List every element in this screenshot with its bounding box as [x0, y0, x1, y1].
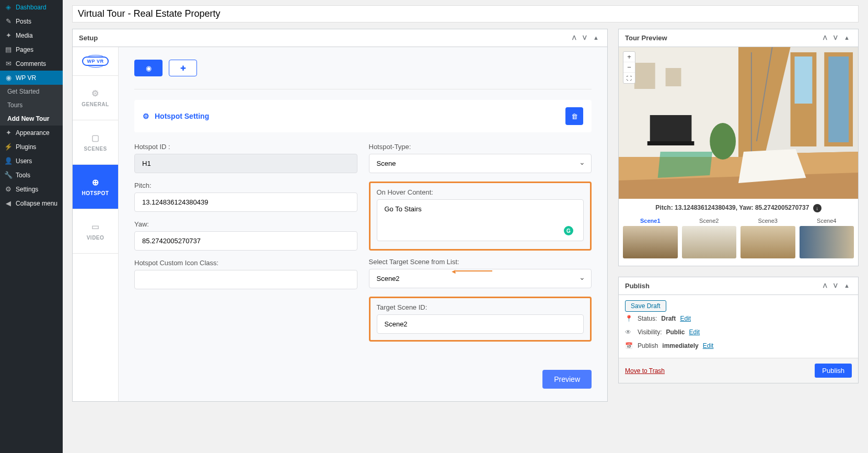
vtab-scenes[interactable]: ▢SCENES — [73, 120, 118, 165]
sidebar-item-collapse[interactable]: ◀Collapse menu — [0, 196, 63, 210]
hotspot-tab-add[interactable]: ✚ — [169, 60, 197, 76]
settings-icon: ⚙ — [4, 185, 13, 193]
post-title-input[interactable] — [72, 5, 859, 22]
delete-hotspot-button[interactable]: 🗑 — [565, 107, 583, 125]
target-scene-list-label: Select Target Scene from List: — [369, 258, 592, 266]
pin-icon: 📍 — [625, 315, 633, 322]
scene-thumb-3[interactable]: Scene3 — [740, 218, 795, 258]
hotspot-tab-1[interactable]: ◉ — [134, 60, 163, 76]
sidebar-item-wpvr[interactable]: ◉WP VR — [0, 71, 63, 85]
edit-visibility-link[interactable]: Edit — [689, 329, 700, 336]
comments-icon: ✉ — [4, 60, 13, 67]
vtab-hotspot[interactable]: ⊕HOTSPOT — [73, 165, 118, 209]
sidebar-label: Plugins — [16, 143, 36, 151]
plugins-icon: ⚡ — [4, 143, 13, 151]
sidebar-item-posts[interactable]: ✎Posts — [0, 14, 63, 28]
sidebar-item-settings[interactable]: ⚙Settings — [0, 182, 63, 196]
target-scene-id-label: Target Scene ID: — [377, 303, 584, 311]
svg-rect-5 — [666, 68, 681, 86]
sidebar-sub-add-new-tour[interactable]: Add New Tour — [0, 112, 63, 126]
target-scene-id-input[interactable] — [377, 314, 584, 334]
preview-button[interactable]: Preview — [542, 370, 592, 389]
sidebar-label: Users — [16, 157, 32, 165]
edit-schedule-link[interactable]: Edit — [703, 342, 714, 349]
scene-thumbnail — [800, 226, 854, 258]
sidebar-item-users[interactable]: 👤Users — [0, 154, 63, 168]
sidebar-item-plugins[interactable]: ⚡Plugins — [0, 140, 63, 154]
visibility-label: Visibility: — [638, 329, 662, 336]
edit-status-link[interactable]: Edit — [680, 315, 691, 322]
vtab-video[interactable]: ▭VIDEO — [73, 209, 118, 254]
hover-content-highlight: On Hover Content: Go To Stairs G — [369, 182, 592, 251]
setup-header: Setup — [79, 34, 98, 42]
publish-button[interactable]: Publish — [815, 364, 852, 378]
video-icon: ▭ — [75, 222, 116, 232]
move-down-icon[interactable]: ᐯ — [581, 33, 589, 42]
move-up-icon[interactable]: ᐱ — [821, 281, 829, 290]
svg-rect-14 — [828, 56, 849, 142]
move-up-icon[interactable]: ᐱ — [570, 33, 578, 42]
toggle-icon[interactable]: ▲ — [842, 33, 852, 42]
vtab-general[interactable]: ⚙GENERAL — [73, 76, 118, 120]
hotspot-type-select[interactable]: Scene — [369, 154, 592, 173]
gear-icon: ⚙ — [75, 88, 116, 98]
image-icon: ▢ — [75, 133, 116, 143]
pitch-input[interactable] — [134, 192, 357, 212]
hover-content-textarea[interactable]: Go To Stairs — [377, 199, 584, 241]
sidebar-label: Tools — [16, 172, 30, 179]
sidebar-item-tools[interactable]: 🔧Tools — [0, 168, 63, 182]
scene-thumbnail — [740, 226, 795, 258]
tour-preview-viewport[interactable]: + − ⛶ — [619, 47, 858, 199]
move-down-icon[interactable]: ᐯ — [831, 33, 840, 42]
toggle-icon[interactable]: ▲ — [842, 281, 852, 290]
media-icon: ✦ — [4, 31, 13, 39]
tools-icon: 🔧 — [4, 171, 13, 179]
zoom-in-button[interactable]: + — [623, 52, 635, 62]
svg-point-15 — [710, 123, 736, 160]
fullscreen-button[interactable]: ⛶ — [623, 73, 635, 83]
yaw-input[interactable] — [134, 231, 357, 251]
sidebar-sub-tours[interactable]: Tours — [0, 98, 63, 112]
schedule-label: Publish — [638, 342, 658, 349]
sidebar-sub-get-started[interactable]: Get Started — [0, 85, 63, 98]
scene-thumb-1[interactable]: Scene1 — [623, 218, 678, 258]
tour-preview-postbox: Tour Preview ᐱ ᐯ ▲ — [618, 29, 859, 266]
annotation-arrow — [450, 265, 492, 276]
move-to-trash-link[interactable]: Move to Trash — [625, 367, 665, 375]
vtab-logo: WP VR — [73, 47, 118, 76]
zoom-out-button[interactable]: − — [623, 62, 635, 73]
hotspot-id-label: Hotspot ID : — [134, 143, 357, 151]
sidebar-label: Dashboard — [16, 4, 47, 11]
scene-thumb-2[interactable]: Scene2 — [682, 218, 737, 258]
move-up-icon[interactable]: ᐱ — [821, 33, 829, 42]
sidebar-item-appearance[interactable]: ✦Appearance — [0, 126, 63, 140]
svg-rect-6 — [650, 115, 692, 141]
pin-icon: ✎ — [4, 17, 13, 25]
sidebar-item-pages[interactable]: ▤Pages — [0, 42, 63, 56]
plus-icon: ✚ — [180, 64, 186, 72]
toggle-icon[interactable]: ▲ — [591, 33, 601, 42]
collapse-icon: ◀ — [4, 199, 13, 207]
icon-class-input[interactable] — [134, 270, 357, 289]
scene-thumbnail — [682, 226, 737, 258]
save-draft-button[interactable]: Save Draft — [625, 300, 666, 312]
sidebar-item-comments[interactable]: ✉Comments — [0, 56, 63, 71]
sidebar-item-media[interactable]: ✦Media — [0, 28, 63, 42]
scene-thumb-4[interactable]: Scene4 — [800, 218, 854, 258]
scene-label: Scene3 — [740, 218, 795, 224]
sidebar-item-dashboard[interactable]: ◈Dashboard — [0, 0, 63, 14]
download-coords-icon[interactable]: ↓ — [813, 204, 821, 212]
wpvr-icon: ◉ — [4, 74, 13, 82]
icon-class-label: Hotspot Custom Icon Class: — [134, 259, 357, 267]
move-down-icon[interactable]: ᐯ — [831, 281, 840, 290]
pages-icon: ▤ — [4, 46, 13, 53]
setup-postbox: Setup ᐱ ᐯ ▲ WP VR ⚙GENERAL ▢SCENES ⊕HOTS… — [72, 29, 608, 402]
publish-postbox: Publish ᐱ ᐯ ▲ Save Draft 📍 Status: Draft — [618, 277, 859, 383]
wpvr-logo: WP VR — [82, 56, 109, 66]
vtab-label: HOTSPOT — [82, 190, 109, 196]
gear-icon: ⚙ — [143, 112, 149, 120]
sidebar-label: Comments — [16, 60, 46, 67]
scene-label: Scene1 — [623, 218, 678, 224]
sidebar-label: Appearance — [16, 129, 50, 137]
hotspot-type-label: Hotspot-Type: — [369, 143, 592, 151]
